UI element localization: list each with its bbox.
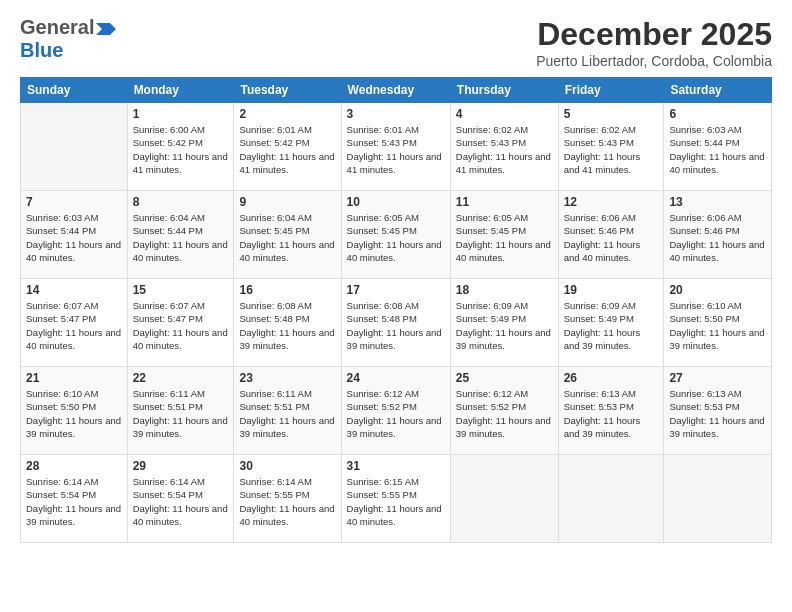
calendar-cell: 18Sunrise: 6:09 AMSunset: 5:49 PMDayligh… [450,279,558,367]
calendar-cell: 12Sunrise: 6:06 AMSunset: 5:46 PMDayligh… [558,191,664,279]
logo-general-text: General [20,16,94,39]
calendar-cell: 2Sunrise: 6:01 AMSunset: 5:42 PMDaylight… [234,103,341,191]
logo-blue-text: Blue [20,39,63,62]
calendar-cell [450,455,558,543]
day-header-wednesday: Wednesday [341,78,450,103]
day-info: Sunrise: 6:12 AMSunset: 5:52 PMDaylight:… [347,388,442,439]
day-header-monday: Monday [127,78,234,103]
calendar-cell: 8Sunrise: 6:04 AMSunset: 5:44 PMDaylight… [127,191,234,279]
logo: General Blue [20,16,116,62]
day-header-friday: Friday [558,78,664,103]
day-info: Sunrise: 6:13 AMSunset: 5:53 PMDaylight:… [669,388,764,439]
page: General Blue December 2025 Puerto Libert… [0,0,792,612]
day-info: Sunrise: 6:02 AMSunset: 5:43 PMDaylight:… [456,124,551,175]
day-number: 21 [26,371,122,385]
day-info: Sunrise: 6:14 AMSunset: 5:54 PMDaylight:… [133,476,228,527]
title-section: December 2025 Puerto Libertador, Cordoba… [536,16,772,69]
calendar-cell: 22Sunrise: 6:11 AMSunset: 5:51 PMDayligh… [127,367,234,455]
day-info: Sunrise: 6:05 AMSunset: 5:45 PMDaylight:… [456,212,551,263]
calendar-cell: 15Sunrise: 6:07 AMSunset: 5:47 PMDayligh… [127,279,234,367]
day-info: Sunrise: 6:03 AMSunset: 5:44 PMDaylight:… [26,212,121,263]
svg-marker-0 [96,23,116,35]
day-number: 13 [669,195,766,209]
day-number: 23 [239,371,335,385]
calendar-cell [21,103,128,191]
day-info: Sunrise: 6:09 AMSunset: 5:49 PMDaylight:… [564,300,641,351]
day-number: 30 [239,459,335,473]
day-number: 27 [669,371,766,385]
day-number: 9 [239,195,335,209]
calendar-cell: 7Sunrise: 6:03 AMSunset: 5:44 PMDaylight… [21,191,128,279]
calendar-cell: 1Sunrise: 6:00 AMSunset: 5:42 PMDaylight… [127,103,234,191]
day-info: Sunrise: 6:10 AMSunset: 5:50 PMDaylight:… [26,388,121,439]
day-number: 19 [564,283,659,297]
day-info: Sunrise: 6:11 AMSunset: 5:51 PMDaylight:… [239,388,334,439]
day-number: 20 [669,283,766,297]
day-number: 22 [133,371,229,385]
day-info: Sunrise: 6:14 AMSunset: 5:55 PMDaylight:… [239,476,334,527]
day-header-tuesday: Tuesday [234,78,341,103]
day-number: 25 [456,371,553,385]
calendar-cell: 27Sunrise: 6:13 AMSunset: 5:53 PMDayligh… [664,367,772,455]
day-info: Sunrise: 6:00 AMSunset: 5:42 PMDaylight:… [133,124,228,175]
day-info: Sunrise: 6:02 AMSunset: 5:43 PMDaylight:… [564,124,641,175]
day-info: Sunrise: 6:09 AMSunset: 5:49 PMDaylight:… [456,300,551,351]
day-number: 28 [26,459,122,473]
day-number: 3 [347,107,445,121]
day-number: 26 [564,371,659,385]
day-number: 1 [133,107,229,121]
day-number: 5 [564,107,659,121]
day-info: Sunrise: 6:06 AMSunset: 5:46 PMDaylight:… [669,212,764,263]
day-number: 6 [669,107,766,121]
month-title: December 2025 [536,16,772,53]
calendar-cell: 29Sunrise: 6:14 AMSunset: 5:54 PMDayligh… [127,455,234,543]
day-number: 31 [347,459,445,473]
calendar-cell: 24Sunrise: 6:12 AMSunset: 5:52 PMDayligh… [341,367,450,455]
calendar-cell: 26Sunrise: 6:13 AMSunset: 5:53 PMDayligh… [558,367,664,455]
day-info: Sunrise: 6:14 AMSunset: 5:54 PMDaylight:… [26,476,121,527]
calendar-cell: 19Sunrise: 6:09 AMSunset: 5:49 PMDayligh… [558,279,664,367]
calendar-cell: 21Sunrise: 6:10 AMSunset: 5:50 PMDayligh… [21,367,128,455]
day-number: 29 [133,459,229,473]
calendar-cell: 14Sunrise: 6:07 AMSunset: 5:47 PMDayligh… [21,279,128,367]
calendar-cell: 10Sunrise: 6:05 AMSunset: 5:45 PMDayligh… [341,191,450,279]
header: General Blue December 2025 Puerto Libert… [20,16,772,69]
day-info: Sunrise: 6:04 AMSunset: 5:44 PMDaylight:… [133,212,228,263]
day-number: 11 [456,195,553,209]
day-info: Sunrise: 6:08 AMSunset: 5:48 PMDaylight:… [347,300,442,351]
calendar-week-2: 7Sunrise: 6:03 AMSunset: 5:44 PMDaylight… [21,191,772,279]
day-number: 15 [133,283,229,297]
day-number: 14 [26,283,122,297]
day-number: 4 [456,107,553,121]
day-info: Sunrise: 6:08 AMSunset: 5:48 PMDaylight:… [239,300,334,351]
logo-wing-icon [96,21,116,37]
day-info: Sunrise: 6:15 AMSunset: 5:55 PMDaylight:… [347,476,442,527]
calendar-cell: 13Sunrise: 6:06 AMSunset: 5:46 PMDayligh… [664,191,772,279]
day-number: 10 [347,195,445,209]
calendar-cell [558,455,664,543]
day-number: 16 [239,283,335,297]
day-info: Sunrise: 6:13 AMSunset: 5:53 PMDaylight:… [564,388,641,439]
calendar-cell: 5Sunrise: 6:02 AMSunset: 5:43 PMDaylight… [558,103,664,191]
calendar-cell: 23Sunrise: 6:11 AMSunset: 5:51 PMDayligh… [234,367,341,455]
calendar-cell: 30Sunrise: 6:14 AMSunset: 5:55 PMDayligh… [234,455,341,543]
calendar-cell: 9Sunrise: 6:04 AMSunset: 5:45 PMDaylight… [234,191,341,279]
day-info: Sunrise: 6:01 AMSunset: 5:42 PMDaylight:… [239,124,334,175]
day-info: Sunrise: 6:03 AMSunset: 5:44 PMDaylight:… [669,124,764,175]
day-info: Sunrise: 6:10 AMSunset: 5:50 PMDaylight:… [669,300,764,351]
day-number: 24 [347,371,445,385]
day-info: Sunrise: 6:06 AMSunset: 5:46 PMDaylight:… [564,212,641,263]
day-number: 12 [564,195,659,209]
calendar-header-row: SundayMondayTuesdayWednesdayThursdayFrid… [21,78,772,103]
calendar-week-1: 1Sunrise: 6:00 AMSunset: 5:42 PMDaylight… [21,103,772,191]
calendar-cell: 17Sunrise: 6:08 AMSunset: 5:48 PMDayligh… [341,279,450,367]
day-header-sunday: Sunday [21,78,128,103]
calendar-table: SundayMondayTuesdayWednesdayThursdayFrid… [20,77,772,543]
calendar-cell: 4Sunrise: 6:02 AMSunset: 5:43 PMDaylight… [450,103,558,191]
calendar-cell: 6Sunrise: 6:03 AMSunset: 5:44 PMDaylight… [664,103,772,191]
day-number: 8 [133,195,229,209]
calendar-week-3: 14Sunrise: 6:07 AMSunset: 5:47 PMDayligh… [21,279,772,367]
day-info: Sunrise: 6:11 AMSunset: 5:51 PMDaylight:… [133,388,228,439]
day-info: Sunrise: 6:01 AMSunset: 5:43 PMDaylight:… [347,124,442,175]
day-number: 2 [239,107,335,121]
